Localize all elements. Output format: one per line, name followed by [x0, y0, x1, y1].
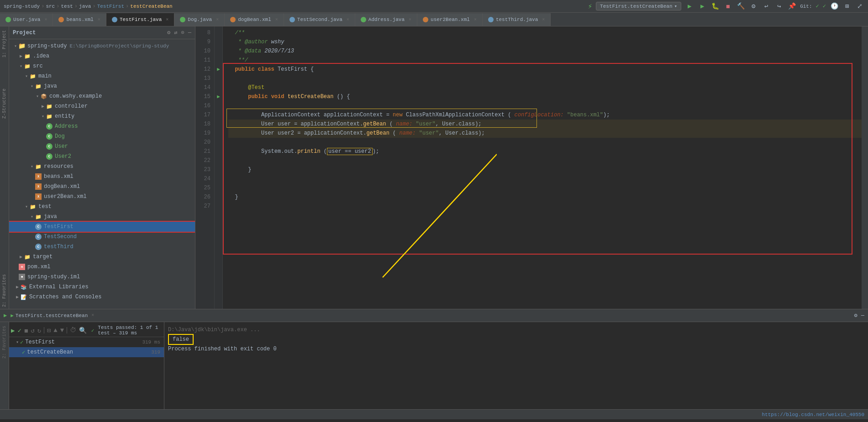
tree-idea[interactable]: ▶ 📁 .idea — [9, 51, 195, 61]
fullscreen-icon[interactable]: ⤢ — [855, 2, 864, 11]
tree-dogbean-xml[interactable]: X dogBean.xml — [9, 182, 195, 192]
sidebar-settings-icon[interactable]: ⚙ — [167, 29, 170, 36]
run-tab-testfirst[interactable]: ▶ TestFirst.testCreateBean × — [11, 313, 94, 318]
run-rerun2-icon[interactable]: ↻ — [37, 327, 41, 334]
tab-close-icon[interactable]: × — [275, 17, 278, 22]
tab-dogbean-xml[interactable]: dogBean.xml × — [225, 13, 284, 26]
tree-controller[interactable]: ▶ 📁 controller — [9, 101, 195, 111]
run-vert-tab[interactable]: 2: Favorites — [1, 324, 8, 360]
run-button[interactable]: ▶ — [685, 2, 694, 11]
tab-close-icon[interactable]: × — [347, 17, 349, 22]
tree-test[interactable]: ▾ 📁 test — [9, 202, 195, 212]
tree-dog[interactable]: C Dog — [9, 131, 195, 141]
sidebar-sync-icon[interactable]: ⇄ — [174, 29, 177, 36]
tree-user2bean-xml[interactable]: X user2Bean.xml — [9, 192, 195, 202]
tab-dog-java[interactable]: Dog.java × — [174, 13, 225, 26]
run-up-icon[interactable]: ▲ — [53, 327, 57, 334]
tab-close-icon[interactable]: × — [166, 17, 168, 22]
tree-entity[interactable]: ▾ 📁 entity — [9, 111, 195, 121]
tab-user2bean-xml[interactable]: user2Bean.xml × — [417, 13, 483, 26]
build-button[interactable]: 🔨 — [736, 2, 745, 11]
tab-testsecond-java[interactable]: TestSecond.java × — [284, 13, 355, 26]
run-check-icon[interactable]: ✓ — [17, 327, 21, 334]
run-play-icon[interactable]: ▶ — [11, 327, 15, 334]
tree-user2[interactable]: C User2 — [9, 151, 195, 162]
run-tab-close-icon[interactable]: × — [91, 313, 94, 318]
tab-user-java[interactable]: User.java × — [0, 13, 53, 26]
sidebar-collapse-icon[interactable]: — — [188, 30, 191, 36]
tree-src[interactable]: ▾ 📁 src — [9, 61, 195, 71]
tab-beans-xml[interactable]: beans.xml × — [53, 13, 106, 26]
tab-close-icon[interactable]: × — [98, 17, 100, 22]
right-scrollbar[interactable] — [862, 26, 868, 309]
project-tab[interactable]: 1: Project — [1, 28, 8, 59]
tree-beans-xml[interactable]: X beans.xml — [9, 172, 195, 182]
folder-icon: 📁 — [24, 63, 31, 70]
breadcrumb-test[interactable]: test — [61, 4, 73, 9]
code-line-20 — [228, 138, 862, 147]
tab-close-icon[interactable]: × — [216, 17, 219, 22]
tree-user[interactable]: C User — [9, 141, 195, 151]
stop-button[interactable]: ◼ — [723, 2, 732, 11]
tree-pom-xml[interactable]: m pom.xml — [9, 262, 195, 272]
tab-testfirst-java[interactable]: TestFirst.java × — [106, 13, 174, 26]
tab-close-icon[interactable]: × — [409, 17, 411, 22]
java-test-icon — [488, 17, 494, 22]
run-filter-icon[interactable]: ⊟ — [47, 327, 51, 334]
run-method-icon[interactable]: ▶ — [217, 94, 220, 99]
structure-tab[interactable]: Z-Structure — [1, 87, 8, 120]
tree-testthird[interactable]: C testThird — [9, 242, 195, 252]
breadcrumb-java[interactable]: java — [79, 4, 91, 9]
breadcrumb-spring-study[interactable]: spring-study — [4, 4, 40, 9]
tree-main[interactable]: ▾ 📁 main — [9, 71, 195, 81]
tree-iml[interactable]: ■ spring-study.iml — [9, 272, 195, 282]
run-tree-testfirst[interactable]: ▾ ✓ TestFirst 319 ms — [9, 337, 164, 347]
run-rerun-icon[interactable]: ↺ — [31, 327, 34, 334]
xml-icon — [58, 17, 64, 22]
tree-resources[interactable]: ▾ 📁 resources — [9, 162, 195, 172]
java-class-icon: C — [46, 133, 53, 140]
run-stop-icon[interactable]: ◼ — [24, 327, 28, 334]
favorites-tab[interactable]: 2: Favorites — [1, 272, 8, 309]
run-hide-icon[interactable]: — — [861, 313, 864, 319]
tree-testfirst[interactable]: C TestFirst — [9, 222, 195, 232]
dropdown-icon[interactable]: ▾ — [674, 3, 678, 9]
tab-close-icon[interactable]: × — [44, 17, 47, 22]
tree-target[interactable]: ▶ 📁 target — [9, 252, 195, 262]
run-down-icon[interactable]: ▼ — [60, 327, 64, 334]
breadcrumb-testfirst[interactable]: TestFirst — [97, 4, 124, 9]
tree-test-java[interactable]: ▾ 📁 java — [9, 212, 195, 222]
bookmark-button[interactable]: 📌 — [787, 2, 796, 11]
expand-icon[interactable]: ⊞ — [842, 2, 852, 11]
tree-testsecond[interactable]: C TestSecond — [9, 232, 195, 242]
tree-address[interactable]: C Address — [9, 121, 195, 131]
coverage-button[interactable]: ▶ — [698, 2, 707, 11]
tab-close-icon[interactable]: × — [474, 17, 477, 22]
redo-button[interactable]: ↪ — [774, 2, 784, 11]
tree-ext-libs[interactable]: ▶ 📚 External Libraries — [9, 282, 195, 292]
code-editor[interactable]: 8 9 10 11 12 13 14 15 16 17 18 19 20 21 … — [195, 26, 868, 309]
breadcrumb-src[interactable]: src — [46, 4, 55, 9]
code-content[interactable]: /** * @author wshy * @data 2020/7/13 **/… — [223, 26, 862, 309]
run-tree-testcreatebean[interactable]: ✓ testCreateBean 319 — [9, 347, 164, 357]
tab-address-java[interactable]: Address.java × — [355, 13, 417, 26]
debug-button[interactable]: 🐛 — [710, 2, 720, 11]
tab-close-icon[interactable]: × — [542, 17, 545, 22]
sidebar-gear-icon[interactable]: ⊙ — [181, 29, 184, 36]
tree-main-java[interactable]: ▾ 📁 java — [9, 81, 195, 91]
code-line-15: public void testCreateBean () { — [228, 92, 862, 101]
undo-button[interactable]: ↩ — [762, 2, 771, 11]
status-link[interactable]: https://blog.csdn.net/weixin_40550 — [762, 412, 864, 417]
navigate-icon[interactable]: ⚡ — [588, 2, 592, 11]
tree-root[interactable]: ▾ 📁 spring-study E:\SpringBootProject\sp… — [9, 41, 195, 51]
tab-testthird-java[interactable]: testThird.java × — [483, 13, 551, 26]
tree-scratches[interactable]: ▶ 📝 Scratches and Consoles — [9, 292, 195, 302]
run-clock-icon[interactable]: ⏱ — [70, 327, 76, 334]
run-search-icon[interactable]: 🔍 — [79, 327, 87, 334]
tree-package[interactable]: ▾ 📦 com.wshy.example — [9, 91, 195, 101]
settings-button[interactable]: ⚙ — [749, 2, 758, 11]
run-settings-icon[interactable]: ⚙ — [854, 312, 857, 319]
git-history-icon[interactable]: 🕐 — [830, 2, 839, 11]
run-class-icon[interactable]: ▶ — [217, 67, 220, 72]
run-config-selector[interactable]: TestFirst.testCreateBean ▾ — [596, 2, 681, 10]
